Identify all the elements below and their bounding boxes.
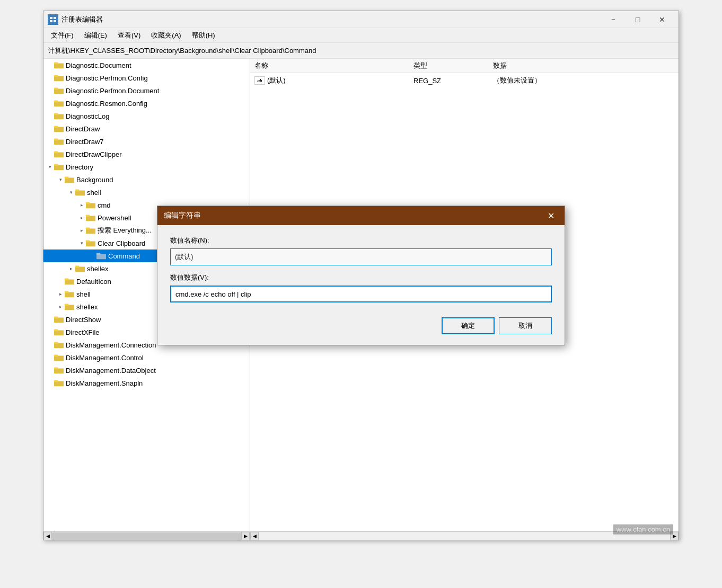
dialog-close-button[interactable]: ✕ bbox=[543, 208, 558, 223]
dialog-name-input[interactable] bbox=[170, 248, 552, 265]
dialog-buttons: 确定 取消 bbox=[157, 313, 565, 345]
dialog-title-bar: 编辑字符串 ✕ bbox=[157, 206, 565, 225]
dialog-body: 数值名称(N): 数值数据(V): bbox=[157, 225, 565, 313]
watermark: www.cfan.com.cn bbox=[613, 524, 673, 534]
dialog-ok-button[interactable]: 确定 bbox=[442, 317, 495, 334]
dialog-overlay: 编辑字符串 ✕ 数值名称(N): 数值数据(V): 确定 取消 bbox=[43, 11, 679, 540]
dialog-data-input[interactable] bbox=[170, 286, 552, 302]
dialog-name-label: 数值名称(N): bbox=[170, 236, 552, 245]
edit-string-dialog: 编辑字符串 ✕ 数值名称(N): 数值数据(V): 确定 取消 bbox=[157, 206, 565, 345]
dialog-name-section: 数值名称(N): bbox=[170, 236, 552, 265]
dialog-title: 编辑字符串 bbox=[164, 211, 543, 220]
dialog-cancel-button[interactable]: 取消 bbox=[499, 317, 552, 334]
dialog-data-section: 数值数据(V): bbox=[170, 273, 552, 302]
main-window: 注册表编辑器 － □ ✕ 文件(F) 编辑(E) 查看(V) 收藏夹(A) 帮助… bbox=[43, 11, 679, 540]
dialog-data-label: 数值数据(V): bbox=[170, 273, 552, 282]
